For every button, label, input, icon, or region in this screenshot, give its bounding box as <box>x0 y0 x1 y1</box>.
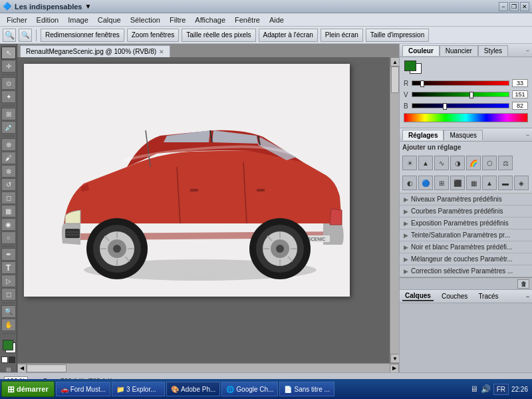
tab-styles[interactable]: Styles <box>478 45 508 56</box>
adj-item-1[interactable]: ▶ Courbes Paramètres prédéfinis <box>400 205 532 217</box>
menu-filtre[interactable]: Filtre <box>166 14 190 26</box>
bw-icon[interactable]: ◐ <box>402 176 417 190</box>
zoom-tool[interactable]: 🔍 <box>1 305 16 318</box>
heal-tool[interactable]: ⊕ <box>1 138 16 151</box>
fg-swatch-panel[interactable] <box>404 61 416 71</box>
g-slider-thumb[interactable] <box>469 92 473 98</box>
clone-tool[interactable]: ⊗ <box>1 165 16 178</box>
levels-icon[interactable]: ▲ <box>418 156 433 170</box>
gradient-map-icon[interactable]: ▬ <box>498 176 513 190</box>
r-slider-thumb[interactable] <box>420 80 424 87</box>
g-value[interactable]: 151 <box>512 90 528 98</box>
close-button[interactable]: ✕ <box>520 2 529 11</box>
tab-close-icon[interactable]: ✕ <box>159 49 164 55</box>
hue-sat-icon[interactable]: ⬡ <box>482 156 497 170</box>
hscroll-track[interactable] <box>27 364 390 372</box>
adj-item-0[interactable]: ▶ Niveaux Paramètres prédéfinis <box>400 194 532 205</box>
full-screen-button[interactable]: Plein écran <box>321 29 363 42</box>
eyedropper-tool[interactable]: 💉 <box>1 121 16 134</box>
adj-item-2[interactable]: ▶ Exposition Paramètres prédéfinis <box>400 217 532 229</box>
tab-nuancier[interactable]: Nuancier <box>440 45 478 56</box>
menu-ficher[interactable]: Ficher <box>3 14 31 26</box>
menu-selection[interactable]: Sélection <box>126 14 164 26</box>
selective-color-icon[interactable]: ◈ <box>514 176 529 190</box>
path-tool[interactable]: ▷ <box>1 275 16 287</box>
lasso-tool[interactable]: ⊙ <box>1 77 16 90</box>
tab-calques[interactable]: Calques <box>402 291 434 301</box>
menu-fenetre[interactable]: Fenêtre <box>231 14 264 26</box>
adj-item-6[interactable]: ▶ Correction sélective Paramètres ... <box>400 265 532 277</box>
b-slider[interactable] <box>412 103 509 108</box>
menu-aide[interactable]: Aide <box>265 14 288 26</box>
b-value[interactable]: 82 <box>512 102 528 110</box>
adj-basket-icon[interactable]: 🗑 <box>517 279 529 289</box>
hand-tool[interactable]: ✋ <box>1 319 16 331</box>
r-slider[interactable] <box>412 80 509 86</box>
menu-image[interactable]: Image <box>64 14 92 26</box>
tab-masques[interactable]: Masques <box>444 130 483 140</box>
resize-windows-button[interactable]: Redimensionner fenêtres <box>41 29 124 42</box>
tab-traces[interactable]: Tracés <box>475 292 501 301</box>
language-indicator[interactable]: FR <box>493 384 509 395</box>
r-value[interactable]: 33 <box>512 79 528 87</box>
network-icon[interactable]: 🖥 <box>470 384 478 394</box>
tab-couches[interactable]: Couches <box>439 292 470 301</box>
crop-tool[interactable]: ⊞ <box>1 108 16 120</box>
selection-tool[interactable]: ↖ <box>1 47 16 59</box>
color-panel-collapse[interactable]: − <box>526 47 529 54</box>
blur-tool[interactable]: ◉ <box>1 218 16 231</box>
foreground-color-swatch[interactable] <box>3 340 13 350</box>
exposure-icon[interactable]: ◑ <box>450 156 465 170</box>
taskbar-item-1[interactable]: 📁 3 Explor... <box>112 382 165 396</box>
vertical-scrollbar[interactable]: ▲ ▼ <box>390 57 399 363</box>
dodge-tool[interactable]: ○ <box>1 231 16 244</box>
zoom-windows-button[interactable]: Zoom fenêtres <box>127 29 179 42</box>
hscroll-thumb[interactable] <box>27 364 66 372</box>
tab-couleur[interactable]: Couleur <box>402 45 440 56</box>
start-button[interactable]: ⊞ démarrer <box>1 381 55 397</box>
adj-item-5[interactable]: ▶ Mélangeur de couches Paramètr... <box>400 253 532 265</box>
taskbar-item-2[interactable]: 🎨 Adobe Ph... <box>166 382 220 396</box>
magic-wand-tool[interactable]: ✦ <box>1 90 16 103</box>
standard-mode-icon[interactable] <box>9 356 15 363</box>
quick-mask-icon[interactable] <box>1 356 8 363</box>
text-tool[interactable]: T <box>1 261 16 274</box>
scroll-thumb[interactable] <box>391 66 399 93</box>
horizontal-scrollbar[interactable]: ◀ ▶ <box>17 363 399 372</box>
scroll-left-button[interactable]: ◀ <box>17 364 27 373</box>
eraser-tool[interactable]: ◻ <box>1 192 16 204</box>
shape-tool[interactable]: ◻ <box>1 288 16 301</box>
color-balance-icon[interactable]: ⚖ <box>498 156 513 170</box>
restore-button[interactable]: ❐ <box>509 2 519 11</box>
brush-tool[interactable]: 🖌 <box>1 152 16 164</box>
menu-edition[interactable]: Edition <box>33 14 63 26</box>
menu-affichage[interactable]: Affichage <box>191 14 229 26</box>
curves-icon[interactable]: ∿ <box>434 156 449 170</box>
menu-calque[interactable]: Calque <box>94 14 125 26</box>
b-slider-thumb[interactable] <box>443 103 447 110</box>
screen-mode-icon[interactable]: ▤ <box>6 366 11 372</box>
taskbar-item-0[interactable]: 🚗 Ford Must... <box>56 382 110 396</box>
adj-item-4[interactable]: ▶ Noir et blanc Paramètres prédéfi... <box>400 241 532 253</box>
vibrance-icon[interactable]: 🌈 <box>466 156 481 170</box>
fit-screen-button[interactable]: Adapter à l'écran <box>259 29 318 42</box>
zoom-in-icon[interactable]: 🔍 <box>19 29 32 42</box>
posterize-icon[interactable]: ▦ <box>466 176 481 190</box>
tab-reglages[interactable]: Réglages <box>402 130 444 140</box>
taskbar-item-4[interactable]: 📄 Sans titre ... <box>279 382 334 396</box>
scroll-up-button[interactable]: ▲ <box>390 57 399 66</box>
invert-icon[interactable]: ⬛ <box>450 176 465 190</box>
scroll-track[interactable] <box>390 66 399 354</box>
adj-item-3[interactable]: ▶ Teinte/Saturation Paramètres pr... <box>400 229 532 241</box>
zoom-out-icon[interactable]: 🔍 <box>3 29 16 42</box>
taskbar-item-3[interactable]: 🌐 Google Ch... <box>221 382 278 396</box>
color-swatches[interactable] <box>1 338 16 354</box>
canvas-tab[interactable]: RenaultMeganeScenic.jpg @ 100% (RVB/8) ✕ <box>20 45 170 57</box>
volume-icon[interactable]: 🔊 <box>481 384 491 394</box>
layers-panel-collapse[interactable]: − <box>526 293 529 300</box>
history-brush-tool[interactable]: ↺ <box>1 178 16 191</box>
move-tool[interactable]: ✛ <box>1 60 16 72</box>
adj-panel-collapse[interactable]: − <box>526 132 529 138</box>
gradient-tool[interactable]: ▦ <box>1 205 16 217</box>
g-slider[interactable] <box>412 92 509 97</box>
